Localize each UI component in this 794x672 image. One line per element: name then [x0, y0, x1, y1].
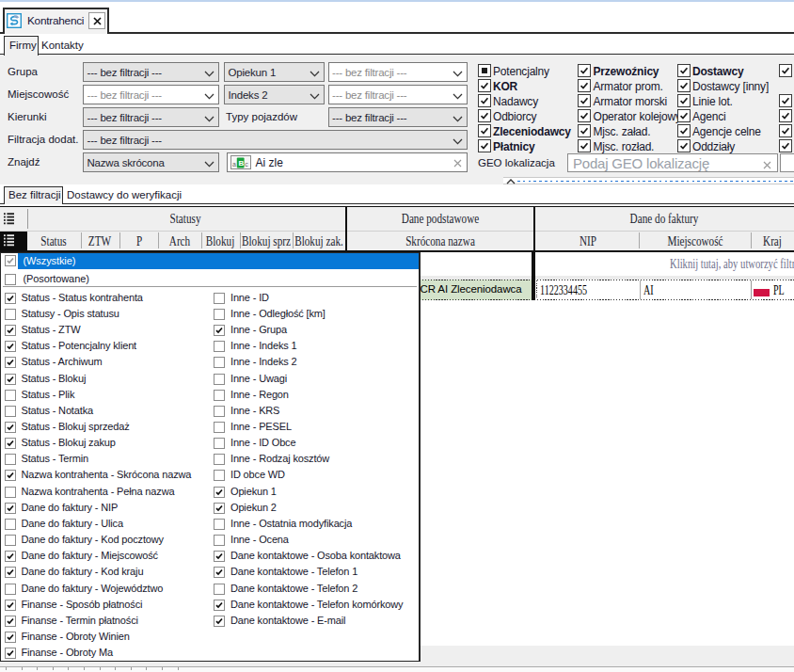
svg-text:a: a	[232, 161, 236, 168]
svg-text:B: B	[239, 159, 245, 168]
svg-text:c: c	[245, 161, 248, 168]
